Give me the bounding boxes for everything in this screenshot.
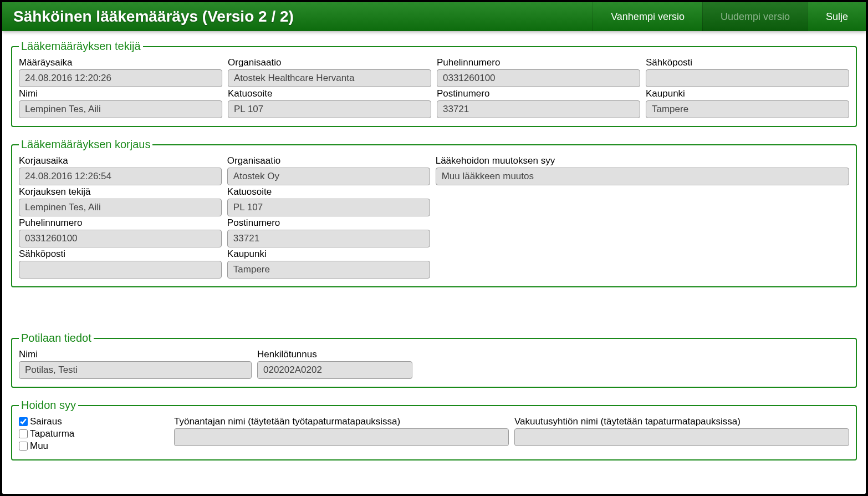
patient-ssn-label: Henkilötunnus	[257, 349, 412, 360]
correction-time-field	[19, 168, 222, 185]
prescriber-phone-label: Puhelinnumero	[437, 57, 640, 68]
prescriber-postal-field	[437, 100, 640, 118]
prescriber-name-label: Nimi	[19, 88, 222, 99]
correction-city-label: Kaupunki	[227, 249, 430, 260]
patient-name-field	[19, 361, 252, 379]
other-label: Muu	[30, 441, 48, 452]
corrector-name-label: Korjauksen tekijä	[19, 186, 222, 198]
sickness-label: Sairaus	[30, 416, 62, 427]
prescription-time-field	[19, 69, 222, 87]
prescriber-city-field	[646, 100, 849, 118]
accident-checkbox[interactable]	[19, 429, 28, 438]
correction-city-field	[227, 261, 430, 279]
prescriber-city-label: Kaupunki	[646, 88, 849, 99]
prescriber-email-label: Sähköposti	[646, 57, 849, 68]
correction-time-label: Korjausaika	[19, 155, 222, 166]
prescriber-email-field	[646, 69, 849, 87]
header-bar: Sähköinen lääkemääräys (Versio 2 / 2) Va…	[2, 2, 866, 31]
prescriber-phone-field	[437, 69, 640, 87]
insurance-field[interactable]	[514, 428, 849, 446]
close-button[interactable]: Sulje	[808, 2, 866, 31]
prescriber-org-label: Organisaatio	[228, 57, 431, 68]
patient-ssn-field	[257, 361, 412, 379]
patient-fieldset: Potilaan tiedot Nimi Henkilötunnus	[11, 332, 857, 388]
prescriber-street-label: Katuosoite	[228, 88, 431, 99]
correction-reason-field	[436, 168, 849, 185]
correction-legend: Lääkemääräyksen korjaus	[19, 138, 152, 151]
page-title: Sähköinen lääkemääräys (Versio 2 / 2)	[2, 2, 593, 31]
prescriber-name-field	[19, 100, 222, 118]
correction-email-field	[19, 261, 222, 279]
correction-org-label: Organisaatio	[227, 155, 430, 166]
correction-org-field	[227, 168, 430, 185]
newer-version-button: Uudempi versio	[702, 2, 808, 31]
prescription-window: Sähköinen lääkemääräys (Versio 2 / 2) Va…	[2, 2, 866, 494]
header-buttons: Vanhempi versio Uudempi versio Sulje	[593, 2, 866, 31]
treatment-reason-legend: Hoidon syy	[19, 399, 78, 412]
sickness-checkbox[interactable]	[19, 417, 28, 426]
correction-reason-label: Lääkehoidon muutoksen syy	[436, 155, 849, 166]
treatment-reason-fieldset: Hoidon syy Sairaus Tapaturma Muu	[11, 399, 857, 460]
correction-fieldset: Lääkemääräyksen korjaus Korjausaika Orga…	[11, 138, 857, 287]
prescriber-street-field	[228, 100, 431, 118]
prescription-time-label: Määräysaika	[19, 57, 222, 68]
corrector-name-field	[19, 199, 222, 216]
correction-phone-field	[19, 230, 222, 247]
correction-postal-label: Postinumero	[227, 217, 430, 229]
correction-street-label: Katuosoite	[227, 186, 430, 198]
prescriber-postal-label: Postinumero	[437, 88, 640, 99]
correction-street-field	[227, 199, 430, 216]
correction-phone-label: Puhelinnumero	[19, 217, 222, 229]
content-area: Lääkemääräyksen tekijä Määräysaika Organ…	[2, 31, 866, 480]
insurance-label: Vakuutusyhtiön nimi (täytetään tapaturma…	[514, 416, 849, 427]
accident-label: Tapaturma	[30, 428, 74, 439]
prescriber-legend: Lääkemääräyksen tekijä	[19, 40, 143, 53]
patient-name-label: Nimi	[19, 349, 252, 360]
employer-label: Työnantajan nimi (täytetään työtapaturma…	[174, 416, 509, 427]
patient-legend: Potilaan tiedot	[19, 332, 94, 345]
prescriber-org-field	[228, 69, 431, 87]
prescriber-fieldset: Lääkemääräyksen tekijä Määräysaika Organ…	[11, 40, 857, 127]
employer-field[interactable]	[174, 428, 509, 446]
correction-postal-field	[227, 230, 430, 247]
older-version-button[interactable]: Vanhempi versio	[593, 2, 702, 31]
other-checkbox[interactable]	[19, 442, 28, 451]
correction-email-label: Sähköposti	[19, 249, 222, 260]
